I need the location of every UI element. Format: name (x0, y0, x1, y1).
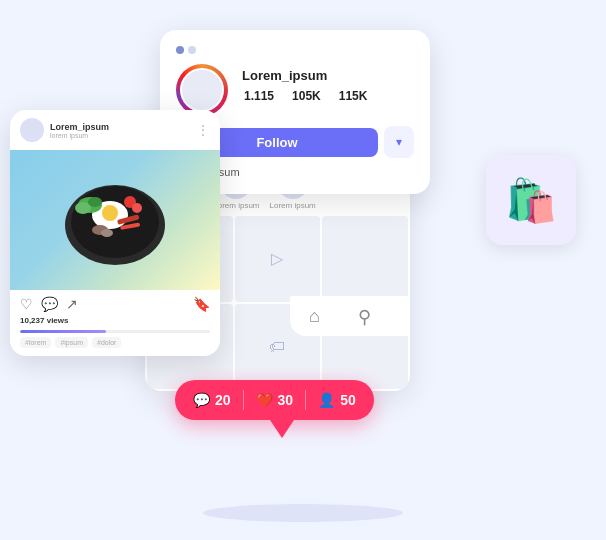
shopping-bag-icon: 🛍️ (505, 176, 557, 225)
shop-card: 🛍️ (486, 155, 576, 245)
post-header-left: Lorem_ipsum lorem ipsum (20, 118, 109, 142)
stat-following: 115K (339, 89, 368, 103)
stat-followers: 105K (292, 89, 321, 103)
dot-1 (176, 46, 184, 54)
post-actions: ♡ 💬 ↗ 🔖 (10, 290, 220, 314)
post-progress-fill (20, 330, 106, 333)
play-icon: ▷ (271, 249, 283, 268)
profile-info: Lorem_ipsum 1.115 105K 115K (242, 68, 367, 113)
profile-top: Lorem_ipsum 1.115 105K 115K (176, 64, 414, 116)
post-header: Lorem_ipsum lorem ipsum ⋮ (10, 110, 220, 150)
username: Lorem_ipsum (242, 68, 367, 83)
share-icon[interactable]: ↗ (66, 296, 78, 312)
dropdown-button[interactable]: ▾ (384, 126, 414, 158)
tag-icon: 🏷 (269, 338, 285, 356)
comment-bubble-icon: 💬 (193, 392, 210, 408)
post-card: Lorem_ipsum lorem ipsum ⋮ (10, 110, 220, 356)
notif-followers: 👤 50 (318, 392, 356, 408)
post-subtitle: lorem ipsum (50, 132, 109, 139)
svg-point-3 (102, 205, 118, 221)
post-views: 10,237 views (10, 314, 220, 327)
food-svg (55, 160, 175, 280)
tag-3: #dolor (92, 337, 121, 348)
svg-point-12 (101, 229, 113, 237)
posts-value: 1.115 (244, 89, 274, 103)
notif-comments: 💬 20 (193, 392, 231, 408)
svg-point-8 (132, 203, 142, 213)
tag-2: #ipsum (55, 337, 88, 348)
nav-add-icon[interactable]: ⊞ (409, 306, 410, 328)
avatar-ring (176, 64, 228, 116)
heart-notif-icon: ❤️ (256, 392, 273, 408)
stat-posts: 1.115 (244, 89, 274, 103)
notif-separator-1 (243, 390, 244, 410)
followers-count: 50 (340, 392, 356, 408)
followers-value: 105K (292, 89, 321, 103)
avatar (180, 68, 224, 112)
post-tags: #lorem #ipsum #dolor (10, 337, 220, 356)
grid-cell-3 (322, 216, 408, 302)
post-username: Lorem_ipsum (50, 122, 109, 132)
post-image (10, 150, 220, 290)
comments-count: 20 (215, 392, 231, 408)
svg-point-6 (88, 197, 102, 207)
bottom-shadow (203, 504, 403, 522)
post-user-info: Lorem_ipsum lorem ipsum (50, 122, 109, 139)
grid-cell-2: ▷ (235, 216, 321, 302)
card-dots (176, 46, 414, 54)
like-icon[interactable]: ♡ (20, 296, 33, 312)
dot-2 (188, 46, 196, 54)
profile-stats: 1.115 105K 115K (242, 89, 367, 103)
nav-search-icon[interactable]: ⚲ (358, 306, 371, 328)
notif-bubble-tail (270, 420, 294, 438)
grid-label-2: Lorem ipsum (213, 201, 259, 210)
post-more-icon[interactable]: ⋮ (196, 122, 210, 138)
following-value: 115K (339, 89, 368, 103)
bottom-nav: ⌂ ⚲ ⊞ ♡ ◯ (290, 296, 410, 336)
likes-count: 30 (278, 392, 294, 408)
grid-label-3: Lorem ipsum (270, 201, 316, 210)
comment-icon[interactable]: 💬 (41, 296, 58, 312)
nav-home-icon[interactable]: ⌂ (309, 306, 320, 328)
post-avatar (20, 118, 44, 142)
bookmark-icon[interactable]: 🔖 (193, 296, 210, 312)
notification-bubble: 💬 20 ❤️ 30 👤 50 (175, 380, 374, 420)
person-notif-icon: 👤 (318, 392, 335, 408)
tag-1: #lorem (20, 337, 51, 348)
notif-separator-2 (305, 390, 306, 410)
post-progress-bar (20, 330, 210, 333)
notif-likes: ❤️ 30 (256, 392, 294, 408)
